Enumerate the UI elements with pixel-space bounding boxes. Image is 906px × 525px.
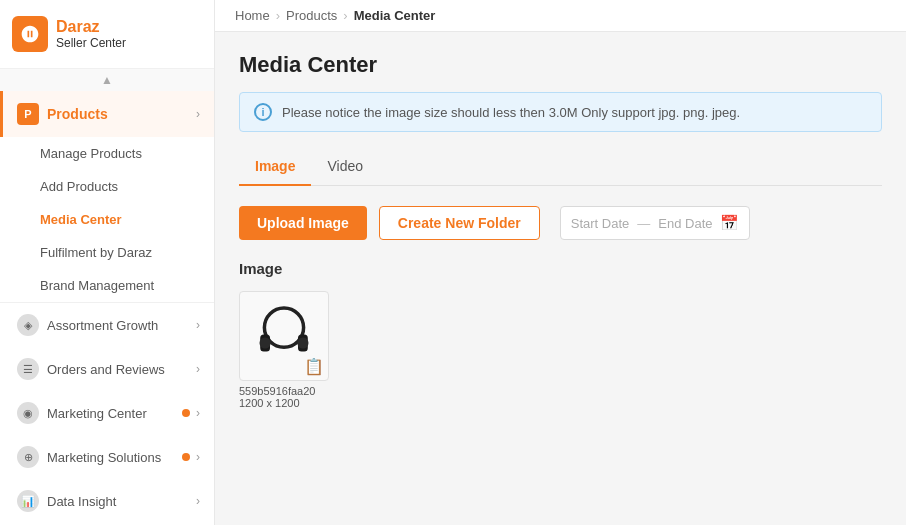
daraz-icon [20,24,40,44]
brand-name: Daraz [56,17,126,36]
tab-video[interactable]: Video [311,148,379,186]
breadcrumb-sep2: › [343,8,347,23]
sidebar-item-products[interactable]: P Products › [0,91,214,137]
section-title: Image [239,260,882,277]
create-folder-button[interactable]: Create New Folder [379,206,540,240]
calendar-icon: 📅 [720,214,739,232]
products-icon: P [17,103,39,125]
logo-text: Daraz Seller Center [56,17,126,51]
image-grid: 📋 559b5916faa20 1200 x 1200 [239,291,882,409]
sidebar-sub-media-center[interactable]: Media Center [0,203,214,236]
products-label: Products [47,106,196,122]
page-title: Media Center [239,52,882,78]
orders-icon: ☰ [17,358,39,380]
toolbar: Upload Image Create New Folder Start Dat… [239,206,882,240]
sidebar-item-marketing-solutions[interactable]: ⊕ Marketing Solutions › [0,435,214,479]
breadcrumb-current: Media Center [354,8,436,23]
main-content: Home › Products › Media Center Media Cen… [215,0,906,525]
logo: Daraz Seller Center [0,0,214,69]
assortment-chevron-icon: › [196,318,200,332]
topbar: Home › Products › Media Center [215,0,906,32]
sidebar-item-orders-reviews[interactable]: ☰ Orders and Reviews › [0,347,214,391]
sidebar-sub-manage-products[interactable]: Manage Products [0,137,214,170]
image-card: 📋 559b5916faa20 1200 x 1200 [239,291,339,409]
breadcrumb-home[interactable]: Home [235,8,270,23]
marketing-solutions-chevron-icon: › [196,450,200,464]
orders-chevron-icon: › [196,362,200,376]
sidebar-item-marketing-center[interactable]: ◉ Marketing Center › [0,391,214,435]
info-banner: i Please notice the image size should le… [239,92,882,132]
chevron-up-icon: ▲ [101,73,113,87]
products-section: P Products › Manage Products Add Product… [0,91,214,303]
marketing-center-dot [182,409,190,417]
sidebar-sub-add-products[interactable]: Add Products [0,170,214,203]
upload-image-button[interactable]: Upload Image [239,206,367,240]
logo-icon [12,16,48,52]
date-separator: — [637,216,650,231]
start-date-label: Start Date [571,216,630,231]
scroll-up-button[interactable]: ▲ [0,69,214,91]
marketing-center-icon: ◉ [17,402,39,424]
breadcrumb-products[interactable]: Products [286,8,337,23]
breadcrumb-sep1: › [276,8,280,23]
assortment-icon: ◈ [17,314,39,336]
content-area: Media Center i Please notice the image s… [215,32,906,525]
sidebar: Daraz Seller Center ▲ P Products › Manag… [0,0,215,525]
image-overlay-icon: 📋 [304,357,324,376]
end-date-label: End Date [658,216,712,231]
tab-image[interactable]: Image [239,148,311,186]
image-dimensions: 1200 x 1200 [239,397,339,409]
products-chevron-icon: › [196,107,200,121]
sidebar-sub-brand-management[interactable]: Brand Management [0,269,214,302]
date-range-picker[interactable]: Start Date — End Date 📅 [560,206,751,240]
breadcrumb: Home › Products › Media Center [235,8,435,23]
svg-point-4 [297,337,308,348]
sidebar-item-assortment-growth[interactable]: ◈ Assortment Growth › [0,303,214,347]
brand-subtitle: Seller Center [56,36,126,50]
info-icon: i [254,103,272,121]
sidebar-sub-fulfilment[interactable]: Fulfilment by Daraz [0,236,214,269]
image-name: 559b5916faa20 [239,385,339,397]
sidebar-item-data-insight[interactable]: 📊 Data Insight › [0,479,214,523]
image-thumbnail[interactable]: 📋 [239,291,329,381]
data-insight-chevron-icon: › [196,494,200,508]
info-message: Please notice the image size should less… [282,105,740,120]
marketing-solutions-dot [182,453,190,461]
tabs: Image Video [239,148,882,186]
marketing-solutions-icon: ⊕ [17,446,39,468]
data-insight-icon: 📊 [17,490,39,512]
marketing-center-chevron-icon: › [196,406,200,420]
svg-point-3 [260,337,271,348]
